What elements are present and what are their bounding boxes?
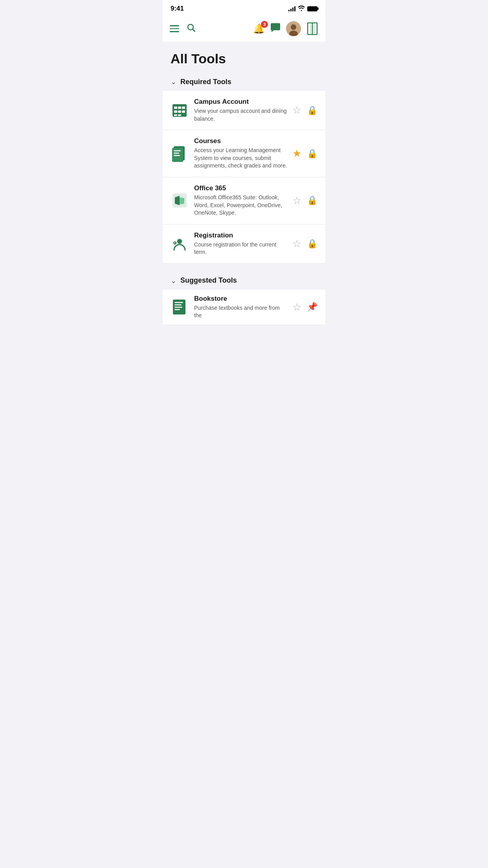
status-icons: [288, 6, 317, 12]
header-right: 🔔 3: [253, 21, 318, 36]
svg-rect-33: [174, 309, 180, 310]
required-tools-header[interactable]: ⌄ Required Tools: [163, 73, 325, 91]
menu-button[interactable]: [170, 25, 179, 32]
messages-button[interactable]: [270, 23, 281, 35]
svg-rect-18: [178, 114, 181, 116]
registration-desc: Course registration for the current term…: [194, 241, 288, 256]
office365-actions: ☆ 🔒: [292, 195, 317, 207]
campus-account-lock[interactable]: 🔒: [307, 105, 317, 116]
svg-rect-17: [174, 114, 177, 116]
page-title-section: All Tools: [163, 42, 325, 73]
battery-icon: [307, 6, 317, 11]
svg-rect-12: [178, 107, 181, 109]
tool-item-campus-account[interactable]: Campus Account View your campus account …: [163, 91, 325, 130]
registration-icon: +: [171, 235, 189, 253]
svg-rect-30: [174, 302, 183, 303]
campus-account-text: Campus Account View your campus account …: [194, 98, 288, 123]
campus-account-actions: ☆ 🔒: [292, 104, 317, 116]
svg-rect-21: [174, 150, 181, 151]
campus-account-desc: View your campus account and dining bala…: [194, 107, 288, 123]
courses-icon: [171, 145, 189, 163]
svg-rect-31: [174, 304, 182, 305]
campus-account-name: Campus Account: [194, 98, 288, 106]
suggested-tools-chevron: ⌄: [171, 276, 176, 285]
bookstore-pin[interactable]: 📌: [307, 302, 317, 312]
registration-name: Registration: [194, 232, 288, 239]
signal-icon: [288, 6, 295, 11]
wifi-icon: [298, 6, 305, 12]
required-tools-label: Required Tools: [180, 78, 231, 86]
campus-account-icon: [171, 101, 189, 120]
svg-rect-32: [174, 307, 182, 308]
bookstore-star[interactable]: ☆: [292, 301, 301, 313]
required-tools-chevron: ⌄: [171, 77, 176, 86]
registration-star[interactable]: ☆: [292, 238, 301, 250]
bookmark-button[interactable]: [306, 22, 318, 35]
svg-rect-22: [174, 153, 179, 154]
bookstore-text: Bookstore Purchase textbooks and more fr…: [194, 295, 288, 320]
svg-rect-14: [174, 110, 177, 113]
tool-item-bookstore[interactable]: Bookstore Purchase textbooks and more fr…: [163, 290, 325, 325]
suggested-tools-label: Suggested Tools: [180, 276, 237, 285]
office365-lock[interactable]: 🔒: [307, 195, 317, 206]
header: 🔔 3: [163, 16, 325, 42]
registration-actions: ☆ 🔒: [292, 238, 317, 250]
svg-rect-16: [182, 110, 185, 113]
tool-item-office365[interactable]: Office 365 Microsoft Office365 Suite: Ou…: [163, 177, 325, 224]
svg-rect-13: [182, 107, 185, 109]
bookstore-name: Bookstore: [194, 295, 288, 303]
avatar[interactable]: [286, 21, 301, 36]
campus-account-star[interactable]: ☆: [292, 104, 301, 116]
bookstore-actions: ☆ 📌: [292, 301, 317, 313]
registration-lock[interactable]: 🔒: [307, 239, 317, 249]
tool-item-courses[interactable]: Courses Access your Learning Management …: [163, 130, 325, 177]
search-button[interactable]: [186, 23, 196, 35]
svg-text:+: +: [174, 241, 176, 245]
courses-star[interactable]: ★: [292, 147, 301, 160]
svg-point-5: [291, 24, 296, 30]
section-divider: [163, 264, 325, 272]
status-time: 9:41: [171, 5, 184, 13]
suggested-tools-header[interactable]: ⌄ Suggested Tools: [163, 272, 325, 290]
office365-text: Office 365 Microsoft Office365 Suite: Ou…: [194, 184, 288, 217]
registration-text: Registration Course registration for the…: [194, 232, 288, 256]
bookstore-icon: [171, 298, 189, 316]
svg-rect-3: [271, 23, 280, 30]
office365-icon: [171, 191, 189, 210]
notifications-button[interactable]: 🔔 3: [253, 23, 265, 34]
svg-rect-15: [178, 110, 181, 113]
svg-rect-23: [174, 155, 180, 156]
office365-name: Office 365: [194, 184, 288, 192]
svg-point-26: [177, 239, 182, 244]
notification-badge: 3: [261, 21, 268, 28]
tool-item-registration[interactable]: + Registration Course registration for t…: [163, 224, 325, 264]
page-title: All Tools: [171, 51, 317, 66]
svg-rect-11: [174, 107, 177, 109]
courses-text: Courses Access your Learning Management …: [194, 137, 288, 170]
office365-star[interactable]: ☆: [292, 195, 301, 207]
svg-line-1: [193, 29, 195, 32]
header-left: [170, 23, 196, 35]
courses-name: Courses: [194, 137, 288, 145]
bookstore-desc: Purchase textbooks and more from the: [194, 304, 288, 320]
courses-actions: ★ 🔒: [292, 147, 317, 160]
status-bar: 9:41: [163, 0, 325, 16]
courses-lock[interactable]: 🔒: [307, 149, 317, 159]
courses-desc: Access your Learning Management System t…: [194, 147, 288, 170]
office365-desc: Microsoft Office365 Suite: Outlook, Word…: [194, 194, 288, 217]
